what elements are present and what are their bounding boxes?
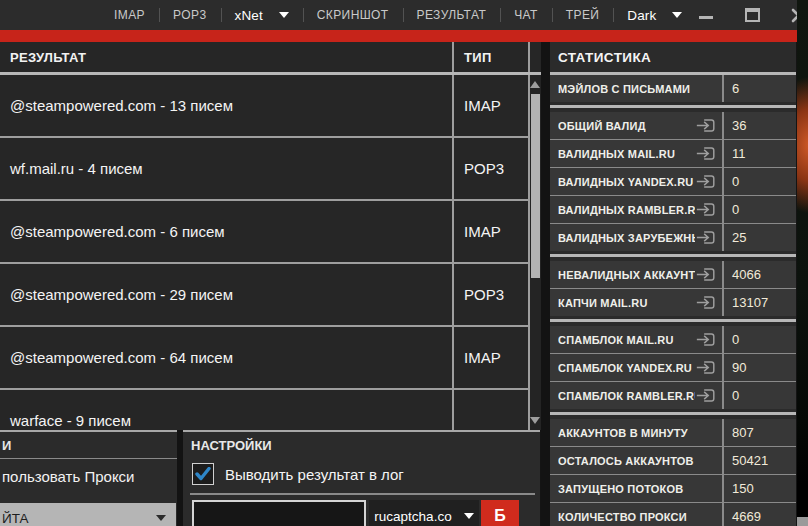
chevron-down-icon	[464, 513, 474, 519]
menu-item-label: ЧАТ	[514, 8, 538, 22]
stat-value: 36	[722, 112, 796, 139]
table-row[interactable]: wf.mail.ru - 4 писем POP3	[0, 138, 528, 201]
stat-value: 6	[722, 75, 796, 102]
stat-label: КОЛИЧЕСТВО ПРОКСИ	[558, 511, 717, 523]
stat-label: ОСТАЛОСЬ АККАУНТОВ	[558, 455, 717, 467]
checkmark-icon	[195, 467, 211, 481]
menu-separator	[303, 8, 304, 22]
captcha-key-input[interactable]	[192, 500, 366, 526]
captcha-row: rucaptcha.co Б	[192, 500, 540, 526]
open-list-arrow-icon[interactable]	[695, 201, 717, 218]
open-list-arrow-icon[interactable]	[695, 387, 717, 404]
stat-label: МЭЙЛОВ С ПИСЬМАМИ	[558, 83, 717, 95]
result-cell: @steampowered.com - 13 писем	[0, 75, 452, 136]
stat-value: 25	[722, 224, 796, 251]
menu-item[interactable]: IMAP	[100, 0, 159, 30]
table-row[interactable]: @steampowered.com - 13 писем IMAP	[0, 75, 528, 138]
stat-row: СПАМБЛОК RAMBLER.RU 0	[550, 381, 796, 409]
log-checkbox[interactable]	[192, 463, 214, 485]
scrollbar-thumb[interactable]	[531, 94, 540, 278]
table-row[interactable]: warface - 9 писем	[0, 390, 528, 430]
stat-label-cell: ВАЛИДНЫХ RAMBLER.RU	[550, 196, 722, 223]
open-list-arrow-icon[interactable]	[695, 294, 717, 311]
menu-item[interactable]: ЧАТ	[500, 0, 552, 30]
stat-label-cell: НЕВАЛИДНЫХ АККАУНТОВ	[550, 261, 722, 288]
titlebar: IMAP POP3 xNet СКРИНШОТ	[0, 0, 797, 30]
stat-value: 0	[722, 196, 796, 223]
menu-item[interactable]: РЕЗУЛЬТАТ	[403, 0, 501, 30]
menu-item[interactable]: POP3	[159, 0, 221, 30]
open-list-arrow-icon[interactable]	[695, 266, 717, 283]
stat-value: 4669	[722, 503, 796, 526]
menu-item[interactable]: xNet	[221, 0, 303, 30]
menu-item[interactable]: ТРЕЙ	[552, 0, 614, 30]
stat-value: 0	[722, 326, 796, 353]
open-list-arrow-icon[interactable]	[695, 359, 717, 376]
open-list-arrow-icon[interactable]	[695, 173, 717, 190]
result-cell: @steampowered.com - 64 писем	[0, 327, 452, 388]
stat-row: КАПЧИ MAIL.RU 13107	[550, 288, 796, 316]
table-row[interactable]: @steampowered.com - 29 писем POP3	[0, 264, 528, 327]
scrollbar-header-spacer	[528, 42, 541, 72]
stat-label: ЗАПУЩЕНО ПОТОКОВ	[558, 483, 717, 495]
stat-row: ЗАПУЩЕНО ПОТОКОВ 150	[550, 474, 796, 502]
stat-value: 0	[722, 382, 796, 409]
stat-row: ВАЛИДНЫХ YANDEX.RU 0	[550, 167, 796, 195]
type-cell: POP3	[452, 138, 528, 199]
stat-value: 0	[722, 168, 796, 195]
menu-item[interactable]: Dark	[613, 0, 696, 30]
captcha-service-dropdown[interactable]: rucaptcha.co	[369, 500, 479, 526]
stat-value: 11	[722, 140, 796, 167]
stat-row: ОБЩИЙ ВАЛИД 36	[550, 112, 796, 139]
stat-row: АККАУНТОВ В МИНУТУ 807	[550, 419, 796, 446]
scroll-down-icon[interactable]	[530, 417, 540, 424]
minimize-icon	[699, 16, 713, 19]
menu-separator	[500, 8, 501, 22]
open-list-arrow-icon[interactable]	[695, 117, 717, 134]
stat-label-cell: ОБЩИЙ ВАЛИД	[550, 112, 722, 139]
stat-label-cell: КОЛИЧЕСТВО ПРОКСИ	[550, 503, 722, 526]
stat-label-cell: СПАМБЛОК RAMBLER.RU	[550, 382, 722, 409]
stat-label-cell: ВАЛИДНЫХ MAIL.RU	[550, 140, 722, 167]
table-scrollbar[interactable]	[528, 75, 541, 430]
stat-row: ВАЛИДНЫХ ЗАРУБЕЖНЫХ 25	[550, 223, 796, 251]
settings-divider	[190, 493, 535, 495]
stat-label: НЕВАЛИДНЫХ АККАУНТОВ	[558, 269, 695, 281]
red-b-button[interactable]: Б	[481, 500, 519, 526]
open-list-arrow-icon[interactable]	[695, 229, 717, 246]
table-row[interactable]: @steampowered.com - 64 писем IMAP	[0, 327, 528, 390]
stat-label-cell: ВАЛИДНЫХ YANDEX.RU	[550, 168, 722, 195]
menu-separator	[552, 8, 553, 22]
minimize-button[interactable]	[696, 6, 716, 24]
stat-label-cell: МЭЙЛОВ С ПИСЬМАМИ	[550, 75, 722, 102]
menu-item-label: СКРИНШОТ	[317, 8, 389, 22]
menu-item-label: РЕЗУЛЬТАТ	[417, 8, 487, 22]
top-menu: IMAP POP3 xNet СКРИНШОТ	[100, 0, 696, 30]
maximize-icon	[745, 8, 760, 22]
use-proxy-label: пользовать Прокси	[2, 468, 177, 485]
stat-label: ОБЩИЙ ВАЛИД	[558, 120, 695, 132]
maximize-button[interactable]	[742, 6, 762, 24]
results-table-header: РЕЗУЛЬТАТ ТИП	[0, 42, 541, 75]
stat-value: 4066	[722, 261, 796, 288]
stat-value: 807	[722, 419, 796, 446]
scroll-up-icon[interactable]	[530, 81, 540, 88]
stat-label: ВАЛИДНЫХ YANDEX.RU	[558, 176, 695, 188]
open-list-arrow-icon[interactable]	[695, 145, 717, 162]
settings-panel: НАСТРОЙКИ Выводить результат в лог rucap…	[183, 430, 540, 526]
stat-row: СПАМБЛОК MAIL.RU 0	[550, 326, 796, 353]
stat-label: КАПЧИ MAIL.RU	[558, 297, 695, 309]
menu-item[interactable]: СКРИНШОТ	[303, 0, 403, 30]
menu-item-label: POP3	[173, 8, 207, 22]
stat-label: АККАУНТОВ В МИНУТУ	[558, 427, 717, 439]
desktop-background	[797, 0, 808, 526]
column-header-result[interactable]: РЕЗУЛЬТАТ	[0, 42, 452, 72]
stat-row: ВАЛИДНЫХ RAMBLER.RU 0	[550, 195, 796, 223]
table-row[interactable]: @steampowered.com - 6 писем IMAP	[0, 201, 528, 264]
stat-label-cell: ВАЛИДНЫХ ЗАРУБЕЖНЫХ	[550, 224, 722, 251]
column-header-type[interactable]: ТИП	[452, 42, 528, 72]
stat-label-cell: СПАМБЛОК MAIL.RU	[550, 326, 722, 353]
open-list-arrow-icon[interactable]	[695, 331, 717, 348]
proxy-source-dropdown[interactable]: ЙТА	[0, 503, 176, 526]
stat-label-cell: СПАМБЛОК YANDEX.RU	[550, 354, 722, 381]
